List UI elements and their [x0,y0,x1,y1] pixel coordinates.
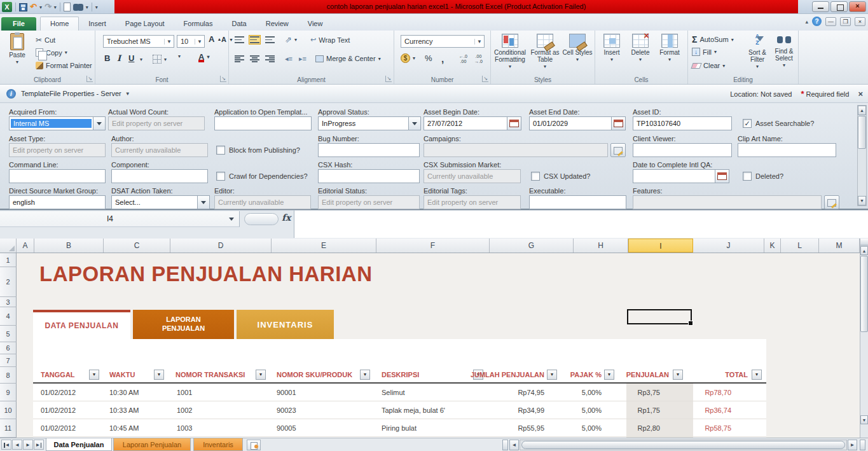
scroll-up-icon[interactable]: ▲ [860,246,868,255]
insert-worksheet-button[interactable] [247,440,261,450]
row-header-11[interactable]: 11 [0,419,17,438]
find-select-button[interactable]: Find & Select▾ [771,34,797,69]
scroll-up-icon[interactable]: ▲ [858,106,866,115]
column-header-E[interactable]: E [272,239,376,253]
filter-button[interactable]: ▾ [673,370,683,380]
dropdown-button[interactable] [197,196,209,209]
field-features[interactable] [633,195,822,209]
sheet-grid[interactable]: 1234567891011 LAPORAN PENJUALAN HARIAN D… [0,253,860,438]
filter-button[interactable]: ▾ [89,370,99,380]
field-clip-art-name[interactable] [738,143,836,157]
font-size-select[interactable]: 10 ▼ [177,35,205,48]
field-asset-id[interactable]: TP103107640 [633,116,732,130]
qat-customize-button[interactable]: ▾ [95,4,98,10]
field-asset-begin-date[interactable]: 27/07/2012 [424,116,507,130]
field-actual-word-count[interactable]: Edit property on server [108,116,205,130]
row-header-2[interactable]: 2 [0,267,17,297]
checkbox-crawl-for-dependencies[interactable]: Crawl for Dependencies? [216,172,308,181]
column-header-D[interactable]: D [170,239,272,253]
chevron-down-icon[interactable] [229,218,234,221]
new-document-button[interactable] [64,3,71,11]
merge-center-button[interactable]: Merge & Center ▾ [315,55,381,62]
cell[interactable]: Rp36,74 [661,401,731,419]
filter-button[interactable]: ▾ [154,370,164,380]
column-header-L[interactable]: L [781,239,819,253]
help-button[interactable]: ? [812,17,822,26]
tab-home[interactable]: Home [40,17,79,31]
calendar-button[interactable] [507,116,521,130]
align-top-button[interactable] [234,36,245,44]
cell[interactable]: Rp55,95 [468,419,544,436]
field-campaigns[interactable] [424,143,608,157]
row-header-10[interactable]: 10 [0,401,17,419]
font-color-button[interactable]: A ▾ [198,52,209,62]
wrap-text-button[interactable]: ↩ Wrap Text [310,36,350,44]
tab-review[interactable]: Review [256,17,298,31]
row-header-5[interactable]: 5 [0,326,17,342]
checkbox-icon[interactable] [216,146,225,155]
cell[interactable]: 5,00% [557,401,602,419]
ribbon-collapse-icon[interactable]: ▴ [805,18,808,25]
column-header-A[interactable]: A [17,239,34,253]
field-editorial-tags[interactable]: Edit property on server [424,195,521,209]
dropdown-button[interactable] [408,117,420,130]
sheet-tab-inventaris[interactable]: Inventaris [193,438,243,451]
checkbox-icon[interactable]: ✓ [743,119,752,128]
field-command-line[interactable] [9,169,106,183]
tab-file[interactable]: File [1,17,36,31]
sheet-tab-laporan-penjualan[interactable]: Laporan Penjualan [113,438,191,451]
dialog-launcher-icon[interactable]: ↘ [482,76,488,82]
cell[interactable]: Rp34,99 [468,401,544,419]
align-bottom-button[interactable] [265,36,275,44]
split-handle[interactable] [860,239,868,246]
column-header-M[interactable]: M [819,239,860,253]
field-csx-submission-market[interactable]: Currently unavailable [424,169,521,183]
cell[interactable]: Rp74,95 [468,384,544,401]
field-bug-number[interactable] [318,143,420,157]
cell[interactable]: 10:45 AM [109,419,170,436]
tab-formulas[interactable]: Formulas [174,17,223,31]
workbook-close-button[interactable]: × [855,17,865,26]
last-sheet-button[interactable]: ► [34,440,44,450]
increase-font-button[interactable]: A▲ [209,34,221,44]
row-header-3[interactable]: 3 [0,297,17,307]
field-editor[interactable]: Currently unavailable [214,195,311,209]
field-author[interactable]: Currently unavailable [111,143,208,157]
underline-button[interactable]: U [128,53,139,63]
cell[interactable]: Rp58,75 [661,419,731,436]
borders-button[interactable]: ▾ [153,55,167,64]
italic-button[interactable]: I [117,53,127,63]
restore-button[interactable] [830,1,848,12]
minimize-button[interactable] [812,1,829,12]
checkbox-block-from-publishing[interactable]: Block from Publishing? [216,146,300,155]
scrollbar-thumb[interactable] [860,256,868,332]
previous-sheet-button[interactable]: ◄ [12,440,22,450]
fill-color-button[interactable]: ▾ [176,53,181,59]
row-header-6[interactable]: 6 [0,342,17,354]
dialog-launcher-icon[interactable]: ↘ [220,76,226,82]
vertical-scrollbar[interactable]: ▲ ▼ [860,239,868,438]
align-middle-button[interactable] [249,36,260,44]
redo-dropdown[interactable]: ▾ [54,4,57,10]
dropdown-button[interactable] [93,117,105,130]
dialog-launcher-icon[interactable]: ↘ [385,76,392,82]
scroll-left-icon[interactable]: ◄ [509,440,519,450]
field-direct-source-market-group[interactable]: english [9,195,106,209]
find-dropdown[interactable]: ▾ [86,4,88,10]
cell[interactable]: 10:30 AM [109,384,170,401]
field-client-viewer[interactable] [633,143,732,157]
cell[interactable]: Rp78,70 [661,384,731,401]
dialog-launcher-icon[interactable]: ↘ [86,76,93,82]
insert-function-button[interactable]: fx [282,212,291,223]
sheet-tab-data-penjualan[interactable]: Data Penjualan [46,438,112,451]
filter-button[interactable]: ▾ [752,370,762,380]
find-button[interactable] [73,4,83,11]
cell[interactable]: 1002 [177,401,253,419]
field-acquired-from[interactable]: Internal MS [9,116,106,130]
cell[interactable]: 1003 [177,419,253,436]
tab-insert[interactable]: Insert [79,17,116,31]
column-header-F[interactable]: F [376,239,490,253]
scroll-down-icon[interactable]: ▼ [858,196,866,205]
decrease-indent-button[interactable]: ◂≡ [285,55,293,63]
row-header-7[interactable]: 7 [0,354,17,367]
